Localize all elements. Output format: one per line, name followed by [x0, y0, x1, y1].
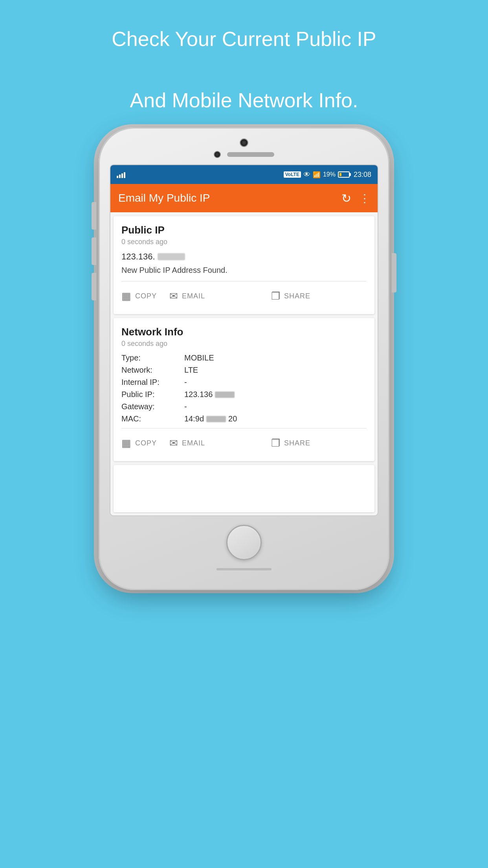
public-ip-actions: ▦ COPY ✉ EMAIL ❐ SHARE: [121, 286, 367, 306]
public-ip-card: Public IP 0 seconds ago 123.136. New Pub…: [114, 216, 374, 314]
app-bar-title: Email My Public IP: [118, 192, 210, 204]
copy-button-public-ip[interactable]: ▦ COPY: [121, 286, 163, 306]
speaker-bar: [227, 152, 274, 157]
public-ip-row: Public IP: 123.136: [121, 390, 367, 399]
gateway-value: -: [184, 402, 187, 411]
copy-label: COPY: [135, 292, 157, 300]
speaker-area: [214, 151, 274, 158]
copy-icon: ▦: [121, 290, 131, 302]
mac-prefix: 14:9d: [184, 414, 204, 423]
copy-button-network[interactable]: ▦ COPY: [121, 433, 163, 453]
status-left: [117, 171, 125, 178]
network-info-subtitle: 0 seconds ago: [121, 340, 367, 348]
share-icon-network: ❐: [271, 437, 280, 449]
public-ip-network-prefix: 123.136: [184, 390, 213, 399]
eye-icon: 👁: [303, 171, 310, 179]
camera-lens: [214, 151, 221, 158]
email-label-network: EMAIL: [182, 439, 205, 447]
gateway-row: Gateway: -: [121, 402, 367, 411]
signal-bars: [117, 171, 125, 178]
chin-bar: [216, 568, 272, 570]
phone-chin: [110, 568, 378, 570]
email-button-network[interactable]: ✉ EMAIL: [163, 433, 265, 453]
network-signal-icon: 📶: [313, 171, 321, 178]
copy-icon-network: ▦: [121, 437, 131, 449]
type-value: MOBILE: [184, 353, 214, 362]
share-label-network: SHARE: [284, 439, 310, 447]
internal-ip-row: Internal IP: -: [121, 378, 367, 387]
email-icon-network: ✉: [169, 437, 178, 449]
more-options-icon[interactable]: ⋮: [359, 192, 370, 205]
headline-line1: Check Your Current Public IP: [112, 28, 376, 50]
headline-line2: And Mobile Network Info.: [130, 89, 358, 112]
share-icon: ❐: [271, 290, 280, 302]
ip-blurred-part: [158, 253, 185, 260]
network-info-actions: ▦ COPY ✉ EMAIL ❐ SHARE: [121, 433, 367, 453]
battery-percent: 19%: [323, 171, 336, 178]
status-bar: VoLTE 👁 📶 19% 23:08: [110, 165, 378, 184]
share-button-network[interactable]: ❐ SHARE: [265, 433, 367, 453]
mac-label: MAC:: [121, 414, 184, 423]
email-button-public-ip[interactable]: ✉ EMAIL: [163, 286, 265, 306]
share-button-public-ip[interactable]: ❐ SHARE: [265, 286, 367, 306]
public-ip-network-blurred: [215, 392, 235, 398]
network-info-table: Type: MOBILE Network: LTE Internal IP: -…: [121, 353, 367, 423]
public-ip-field-label: Public IP:: [121, 390, 184, 399]
network-info-card: Network Info 0 seconds ago Type: MOBILE …: [114, 318, 374, 461]
refresh-icon[interactable]: ↻: [341, 191, 351, 205]
public-ip-field-value: 123.136: [184, 390, 235, 399]
empty-card: [114, 465, 374, 512]
signal-bar-2: [119, 175, 121, 178]
mac-row: MAC: 14:9d 20: [121, 414, 367, 423]
status-time: 23:08: [354, 171, 371, 179]
divider-1: [121, 281, 367, 281]
email-icon: ✉: [169, 290, 178, 302]
signal-bar-1: [117, 176, 118, 178]
status-right: VoLTE 👁 📶 19% 23:08: [284, 171, 371, 179]
internal-ip-value: -: [184, 378, 187, 387]
battery-icon: [338, 171, 350, 178]
public-ip-address: 123.136.: [121, 252, 367, 262]
phone-top: [110, 138, 378, 158]
copy-label-network: COPY: [135, 439, 157, 447]
divider-2: [121, 428, 367, 428]
headline: Check Your Current Public IP And Mobile …: [80, 24, 407, 116]
public-ip-subtitle: 0 seconds ago: [121, 238, 367, 246]
phone-bottom: [110, 525, 378, 560]
type-row: Type: MOBILE: [121, 353, 367, 362]
gateway-label: Gateway:: [121, 402, 184, 411]
share-label: SHARE: [284, 292, 310, 300]
app-bar-actions: ↻ ⋮: [341, 191, 370, 205]
home-button[interactable]: [226, 525, 262, 560]
ip-prefix: 123.136.: [121, 252, 155, 262]
front-camera: [240, 138, 248, 147]
type-label: Type:: [121, 353, 184, 362]
app-bar: Email My Public IP ↻ ⋮: [110, 184, 378, 212]
network-label: Network:: [121, 366, 184, 375]
signal-bar-4: [124, 172, 125, 178]
internal-ip-label: Internal IP:: [121, 378, 184, 387]
phone-shell: VoLTE 👁 📶 19% 23:08 Email My Public IP: [99, 127, 389, 590]
network-row: Network: LTE: [121, 366, 367, 375]
public-ip-title: Public IP: [121, 224, 367, 236]
public-ip-message: New Public IP Address Found.: [121, 266, 367, 275]
network-value: LTE: [184, 366, 198, 375]
mac-value: 14:9d 20: [184, 414, 237, 423]
mac-blurred: [206, 416, 226, 422]
mac-suffix: 20: [228, 414, 237, 423]
signal-bar-3: [121, 173, 123, 178]
screen: VoLTE 👁 📶 19% 23:08 Email My Public IP: [110, 164, 378, 516]
volte-badge: VoLTE: [284, 171, 301, 178]
network-info-title: Network Info: [121, 326, 367, 338]
email-label: EMAIL: [182, 292, 205, 300]
